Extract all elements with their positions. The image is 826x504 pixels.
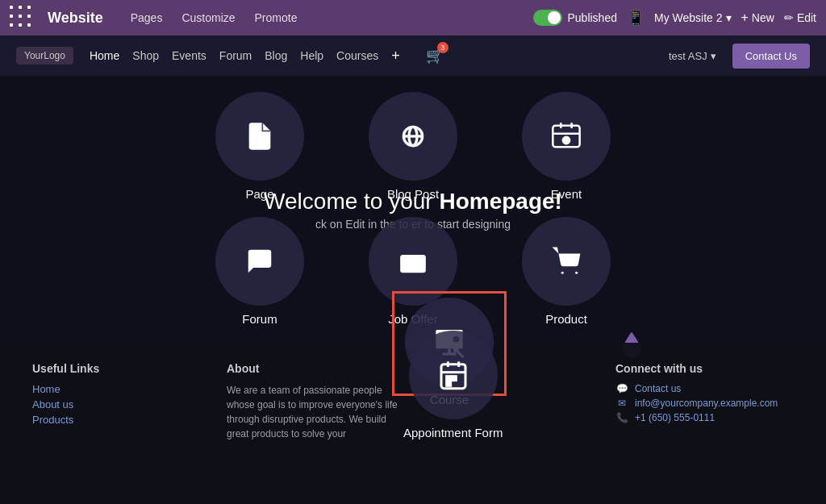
svg-rect-3 [400, 255, 426, 273]
page-circle [215, 92, 304, 181]
user-menu[interactable]: test ASJ ▾ [669, 50, 716, 62]
top-navbar: Website Pages Customize Promote Publishe… [0, 0, 826, 35]
user-chevron-icon: ▾ [711, 50, 716, 62]
footer-links-title: Useful Links [32, 362, 211, 375]
site-link-blog[interactable]: Blog [265, 49, 287, 62]
footer-contact-us[interactable]: 💬 Contact us [615, 383, 794, 394]
published-label: Published [567, 11, 617, 24]
pages-link[interactable]: Pages [123, 8, 171, 27]
footer-link-about[interactable]: About us [32, 398, 211, 410]
site-navbar: YourLogo Home Shop Events Forum Blog Hel… [0, 35, 826, 76]
apps-grid-icon[interactable] [10, 6, 35, 31]
circle-item-page[interactable]: Page [215, 92, 304, 201]
top-nav-right: Published 📱 My Website 2 ▾ + New ✏ Edit [533, 9, 816, 27]
event-circle [522, 92, 611, 181]
footer-col-about: About We are a team of passionate people… [227, 362, 405, 485]
site-link-forum[interactable]: Forum [219, 49, 252, 62]
footer-col-links: Useful Links Home About us Products [32, 362, 211, 485]
footer-link-products[interactable]: Products [32, 414, 211, 426]
website-selector[interactable]: My Website 2 ▾ [654, 11, 732, 24]
site-link-courses[interactable]: Courses [336, 49, 378, 62]
add-nav-link-icon[interactable]: + [391, 48, 400, 65]
top-nav-links: Pages Customize Promote [123, 8, 306, 27]
svg-rect-17 [452, 377, 456, 381]
svg-point-5 [575, 272, 578, 274]
circle-item-blogpost[interactable]: Blog Post [369, 92, 457, 201]
new-button[interactable]: + New [741, 10, 774, 25]
appointment-label: Appointment Form [403, 426, 503, 439]
site-nav-links: Home Shop Events Forum Blog Help Courses… [90, 48, 400, 65]
edit-button[interactable]: ✏ Edit [784, 11, 816, 24]
blogpost-label: Blog Post [387, 187, 439, 201]
page-label: Page [245, 187, 273, 201]
footer-email[interactable]: ✉ info@yourcompany.example.com [615, 398, 794, 409]
customize-link[interactable]: Customize [173, 8, 243, 27]
cart-badge: 3 [437, 42, 448, 53]
product-label: Product [545, 312, 587, 326]
contact-button[interactable]: Contact Us [732, 44, 810, 69]
svg-rect-18 [446, 381, 450, 385]
footer-about-text: We are a team of passionate people whose… [227, 383, 405, 441]
event-label: Event [551, 187, 582, 201]
chat-icon: 💬 [615, 383, 628, 394]
site-logo[interactable]: YourLogo [16, 47, 73, 65]
circles-row-1: Page Blog Post [215, 92, 611, 201]
site-link-home[interactable]: Home [90, 49, 119, 62]
published-toggle[interactable] [533, 10, 562, 26]
blogpost-circle [369, 92, 457, 181]
phone-icon: 📞 [615, 412, 628, 423]
cart-icon-wrap[interactable]: 🛒 3 [426, 47, 444, 65]
brand-title: Website [48, 10, 103, 27]
circle-item-appointment[interactable]: Appointment Form [403, 331, 503, 439]
product-circle [522, 217, 611, 306]
main-content: Welcome to your Homepage! ck on Edit in … [0, 76, 826, 504]
appointment-circle [409, 331, 498, 419]
chevron-down-icon: ▾ [726, 11, 732, 24]
pencil-icon: ✏ [784, 11, 794, 24]
footer-link-home[interactable]: Home [32, 383, 211, 395]
svg-point-4 [561, 272, 564, 274]
circle-item-forum[interactable]: Forum [215, 217, 304, 326]
footer-phone[interactable]: 📞 +1 (650) 555-0111 [615, 412, 794, 423]
plus-icon: + [741, 10, 749, 25]
forum-circle [215, 217, 304, 306]
site-link-help[interactable]: Help [300, 49, 323, 62]
footer-connect-title: Connect with us [615, 362, 794, 375]
email-icon: ✉ [615, 398, 628, 409]
footer-col-connect: Connect with us 💬 Contact us ✉ info@your… [615, 362, 794, 485]
promote-link[interactable]: Promote [247, 8, 306, 27]
mobile-preview-icon[interactable]: 📱 [627, 9, 645, 27]
site-link-events[interactable]: Events [172, 49, 206, 62]
circle-item-event[interactable]: Event [522, 92, 611, 201]
site-link-shop[interactable]: Shop [132, 49, 159, 62]
footer-about-title: About [227, 362, 405, 375]
svg-point-2 [563, 137, 569, 144]
joboffer-circle [369, 217, 457, 306]
forum-label: Forum [242, 312, 277, 326]
svg-rect-16 [446, 377, 450, 381]
circle-item-product[interactable]: Product [522, 217, 611, 326]
published-toggle-wrap: Published [533, 10, 617, 26]
